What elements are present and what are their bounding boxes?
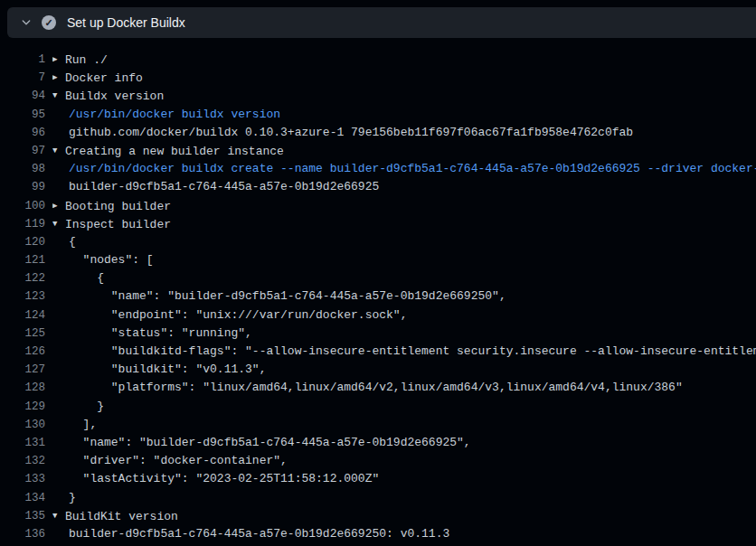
log-output-text: "lastActivity": "2023-02-25T11:58:12.000…: [52, 470, 756, 488]
group-title: Booting builder: [65, 199, 171, 212]
log-line: 136builder-d9cfb5a1-c764-445a-a57e-0b19d…: [0, 525, 756, 543]
line-number[interactable]: 131: [0, 434, 45, 452]
log-output-text: ],: [52, 416, 756, 434]
log-output-text: "buildkit": "v0.11.3",: [52, 361, 756, 379]
log-group-header[interactable]: ▼Inspect builder: [52, 215, 756, 233]
log-line: 130 ],: [0, 416, 756, 434]
line-number[interactable]: 1: [0, 51, 45, 69]
log-line: 127 "buildkit": "v0.11.3",: [0, 361, 756, 379]
log-line: 7▶Docker info: [0, 69, 756, 87]
log-output-text: github.com/docker/buildx 0.10.3+azure-1 …: [52, 124, 756, 142]
line-number[interactable]: 94: [0, 87, 45, 105]
log-group-header[interactable]: ▼BuildKit version: [52, 507, 756, 525]
group-expanded-arrow-icon[interactable]: ▼: [52, 215, 65, 233]
group-collapsed-arrow-icon[interactable]: ▶: [52, 69, 65, 87]
group-title: Creating a new builder instance: [65, 144, 284, 157]
log-line: 133 "lastActivity": "2023-02-25T11:58:12…: [0, 470, 756, 488]
log-output-text: {: [52, 233, 756, 251]
line-number[interactable]: 136: [0, 525, 45, 543]
line-number[interactable]: 121: [0, 251, 45, 269]
group-collapsed-arrow-icon[interactable]: ▶: [52, 197, 65, 215]
log-command-text: /usr/bin/docker buildx create --name bui…: [52, 160, 756, 178]
log-line: 121 "nodes": [: [0, 251, 756, 269]
group-collapsed-arrow-icon[interactable]: ▶: [52, 51, 65, 69]
line-number[interactable]: 128: [0, 379, 45, 397]
line-number[interactable]: 7: [0, 69, 45, 87]
line-number[interactable]: 127: [0, 361, 45, 379]
log-line: 131 "name": "builder-d9cfb5a1-c764-445a-…: [0, 434, 756, 452]
log-line: 124 "endpoint": "unix:///var/run/docker.…: [0, 306, 756, 325]
log-line: 120{: [0, 233, 756, 251]
group-title: Buildx version: [65, 89, 164, 103]
log-group-header[interactable]: ▼Creating a new builder instance: [52, 142, 756, 160]
log-group-header[interactable]: ▼Buildx version: [52, 87, 756, 105]
line-number[interactable]: 122: [0, 269, 45, 287]
line-number[interactable]: 120: [0, 233, 45, 251]
step-header[interactable]: ✓ Set up Docker Buildx: [7, 7, 756, 38]
log-line: 125 "status": "running",: [0, 325, 756, 343]
log-line: 123 "name": "builder-d9cfb5a1-c764-445a-…: [0, 287, 756, 306]
line-number[interactable]: 135: [0, 507, 45, 525]
log-output-text: "status": "running",: [52, 325, 756, 343]
log-command-text: /usr/bin/docker buildx version: [52, 106, 756, 124]
log-line: 132 "driver": "docker-container",: [0, 452, 756, 470]
group-title: Inspect builder: [65, 217, 171, 231]
log-output-text: "name": "builder-d9cfb5a1-c764-445a-a57e…: [52, 287, 756, 306]
group-expanded-arrow-icon[interactable]: ▼: [52, 507, 65, 525]
log-line: 129 }: [0, 398, 756, 416]
line-number[interactable]: 132: [0, 452, 45, 470]
log-line: 119▼Inspect builder: [0, 215, 756, 233]
group-title: Docker info: [65, 71, 143, 85]
log-line: 99builder-d9cfb5a1-c764-445a-a57e-0b19d2…: [0, 178, 756, 196]
check-glyph: ✓: [44, 18, 52, 28]
actions-log-page: ✓ Set up Docker Buildx 1▶Run ./7▶Docker …: [0, 0, 756, 546]
line-number[interactable]: 99: [0, 178, 45, 196]
log-line: 94▼Buildx version: [0, 87, 756, 105]
log-output-text: builder-d9cfb5a1-c764-445a-a57e-0b19d2e6…: [52, 525, 756, 543]
log-line: 134}: [0, 489, 756, 507]
line-number[interactable]: 119: [0, 215, 45, 233]
log-output-text: builder-d9cfb5a1-c764-445a-a57e-0b19d2e6…: [52, 178, 756, 196]
log-output-text: "name": "builder-d9cfb5a1-c764-445a-a57e…: [52, 434, 756, 452]
group-expanded-arrow-icon[interactable]: ▼: [52, 87, 65, 105]
log-line: 126 "buildkitd-flags": "--allow-insecure…: [0, 343, 756, 361]
log-line: 135▼BuildKit version: [0, 507, 756, 525]
log-line: 97▼Creating a new builder instance: [0, 142, 756, 160]
group-expanded-arrow-icon[interactable]: ▼: [52, 142, 65, 160]
log-viewer: 1▶Run ./7▶Docker info94▼Buildx version95…: [0, 38, 756, 546]
log-line: 96github.com/docker/buildx 0.10.3+azure-…: [0, 124, 756, 142]
log-group-header[interactable]: ▶Booting builder: [52, 197, 756, 215]
line-number[interactable]: 96: [0, 124, 45, 142]
log-group-header[interactable]: ▶Docker info: [52, 69, 756, 87]
line-number[interactable]: 98: [0, 160, 45, 178]
group-title: BuildKit version: [65, 509, 178, 522]
chevron-down-icon[interactable]: [20, 16, 33, 29]
group-title: Run ./: [65, 53, 108, 67]
log-output-text: }: [52, 489, 756, 507]
log-line: 122 {: [0, 269, 756, 287]
log-output-text: "platforms": "linux/amd64,linux/amd64/v2…: [52, 379, 756, 397]
line-number[interactable]: 125: [0, 325, 45, 343]
log-output-text: "endpoint": "unix:///var/run/docker.sock…: [52, 306, 756, 325]
log-group-header[interactable]: ▶Run ./: [52, 51, 756, 69]
line-number[interactable]: 134: [0, 489, 45, 507]
log-line: 100▶Booting builder: [0, 197, 756, 215]
line-number[interactable]: 129: [0, 398, 45, 416]
line-number[interactable]: 123: [0, 287, 45, 306]
check-circle-icon: ✓: [42, 15, 56, 30]
log-output-text: {: [52, 269, 756, 287]
log-line: 1▶Run ./: [0, 51, 756, 69]
line-number[interactable]: 126: [0, 343, 45, 361]
step-title: Set up Docker Buildx: [67, 15, 185, 30]
log-line: 128 "platforms": "linux/amd64,linux/amd6…: [0, 379, 756, 397]
log-output-text: "driver": "docker-container",: [52, 452, 756, 470]
log-output-text: }: [52, 398, 756, 416]
line-number[interactable]: 100: [0, 197, 45, 215]
log-line: 95/usr/bin/docker buildx version: [0, 106, 756, 124]
line-number[interactable]: 133: [0, 470, 45, 488]
line-number[interactable]: 130: [0, 416, 45, 434]
log-output-text: "buildkitd-flags": "--allow-insecure-ent…: [52, 343, 756, 361]
line-number[interactable]: 124: [0, 306, 45, 325]
line-number[interactable]: 95: [0, 106, 45, 124]
line-number[interactable]: 97: [0, 142, 45, 160]
